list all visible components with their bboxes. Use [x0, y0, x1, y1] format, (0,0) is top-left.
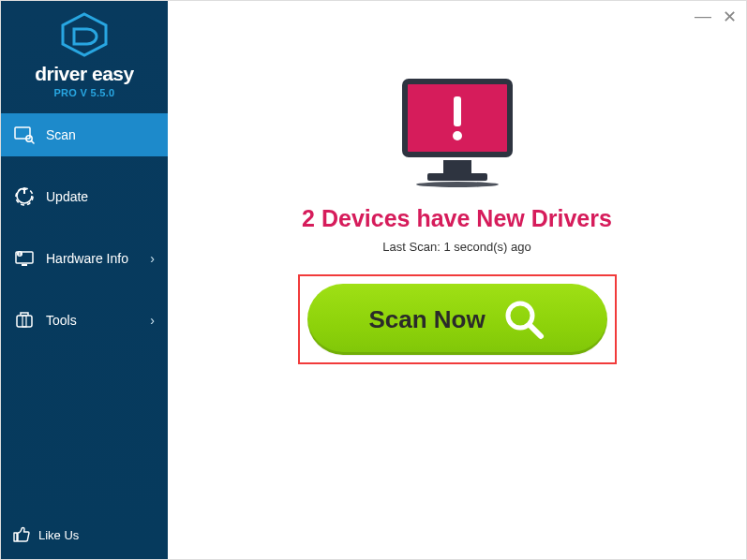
svg-rect-25 [454, 96, 461, 126]
svg-rect-22 [443, 160, 471, 173]
svg-rect-10 [22, 316, 26, 327]
sidebar: driver easy PRO V 5.5.0 Scan Update i [1, 1, 168, 559]
close-button[interactable]: ✕ [723, 7, 737, 27]
scan-now-button[interactable]: Scan Now [307, 284, 607, 355]
like-us-label: Like Us [38, 528, 79, 542]
chevron-right-icon: › [150, 251, 155, 266]
chevron-right-icon: › [150, 313, 155, 328]
monitor-alert-icon [392, 76, 523, 192]
brand-name: driver easy [1, 63, 168, 85]
update-icon [14, 186, 35, 207]
window-controls: — ✕ [695, 7, 737, 27]
scan-icon [14, 125, 35, 145]
sidebar-item-label: Scan [46, 127, 76, 142]
last-scan-text: Last Scan: 1 second(s) ago [382, 240, 530, 254]
sidebar-item-hardware-info[interactable]: i Hardware Info › [1, 237, 168, 280]
sidebar-nav: Scan Update i Hardware Info › Tools [1, 113, 168, 515]
magnifier-icon [502, 298, 545, 341]
headline-text: 2 Devices have New Drivers [302, 205, 612, 232]
logo-area: driver easy PRO V 5.5.0 [1, 1, 168, 104]
svg-rect-23 [427, 173, 487, 181]
sidebar-item-label: Update [46, 189, 88, 204]
logo-icon [59, 12, 110, 57]
sidebar-item-label: Hardware Info [46, 251, 128, 266]
content: 2 Devices have New Drivers Last Scan: 1 … [168, 1, 746, 364]
sidebar-item-label: Tools [46, 313, 77, 328]
svg-rect-1 [15, 127, 30, 139]
minimize-button[interactable]: — [695, 7, 711, 27]
sidebar-item-scan[interactable]: Scan [1, 113, 168, 156]
svg-rect-9 [17, 316, 32, 327]
svg-point-26 [453, 131, 462, 140]
main-area: — ✕ 2 Devices have New Drivers Last Scan… [168, 1, 746, 559]
like-us-button[interactable]: Like Us [12, 524, 157, 546]
svg-line-3 [32, 141, 35, 144]
svg-line-28 [530, 325, 541, 336]
sidebar-footer: Like Us [1, 515, 168, 559]
thumbs-up-icon [12, 524, 31, 546]
tools-icon [14, 310, 35, 331]
brand-version: PRO V 5.5.0 [1, 87, 168, 98]
svg-rect-6 [22, 264, 27, 266]
svg-point-24 [416, 182, 499, 187]
sidebar-item-tools[interactable]: Tools › [1, 299, 168, 342]
hardware-info-icon: i [14, 248, 35, 269]
scan-highlight-box: Scan Now [298, 274, 617, 364]
sidebar-item-update[interactable]: Update [1, 175, 168, 218]
svg-marker-0 [63, 14, 106, 55]
scan-now-label: Scan Now [368, 305, 485, 334]
